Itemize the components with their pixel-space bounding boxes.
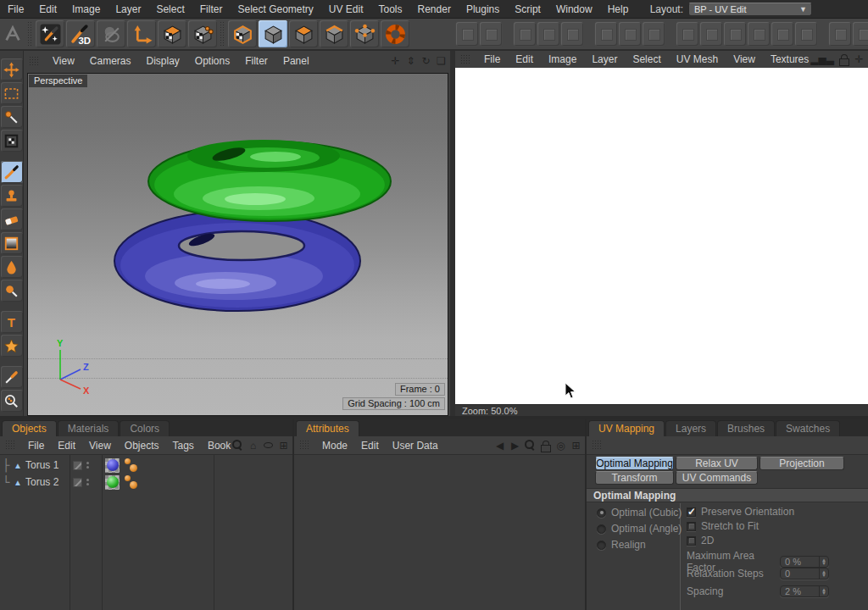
attributes-menu-user-data[interactable]: User Data	[386, 436, 445, 455]
object-name[interactable]: Torus 2	[24, 476, 58, 488]
texture-menu-file[interactable]: File	[476, 50, 508, 69]
viewport-menu-display[interactable]: Display	[138, 52, 186, 70]
viewport-menu-cameras[interactable]: Cameras	[82, 52, 139, 70]
eraser-tool[interactable]	[1, 208, 23, 230]
texture-menu-image[interactable]: Image	[541, 50, 584, 69]
main-menu-edit[interactable]: Edit	[31, 0, 64, 19]
objects-tab-materials[interactable]: Materials	[58, 420, 120, 436]
main-menu-select[interactable]: Select	[148, 0, 192, 19]
attributes-tab-attributes[interactable]: Attributes	[296, 420, 359, 436]
maximize-view-icon[interactable]: ❏	[436, 55, 447, 67]
rect-selection-tool[interactable]	[1, 82, 23, 104]
uv-ring[interactable]	[381, 20, 409, 47]
panel-grip[interactable]	[29, 56, 40, 67]
rotate-view-icon[interactable]: ↻	[420, 55, 431, 67]
texture-cube[interactable]	[158, 20, 186, 47]
visibility-dots[interactable]	[86, 462, 89, 469]
main-menu-file[interactable]: File	[0, 0, 31, 19]
editor-visibility-toggle[interactable]	[73, 478, 82, 487]
uv-tab-swatches[interactable]: Swatches	[776, 420, 840, 436]
texture-menu-select[interactable]: Select	[625, 50, 668, 69]
viewport-menu-panel[interactable]: Panel	[275, 52, 317, 70]
uvw-tag-icon[interactable]	[124, 458, 138, 473]
viewport-menu-view[interactable]: View	[45, 52, 82, 70]
viewport-canvas[interactable]: Y Z X Perspective Frame : 0 Grid Spacing…	[27, 73, 448, 416]
main-menu-layer[interactable]: Layer	[108, 0, 148, 19]
uv-checker-cube[interactable]	[228, 20, 257, 47]
pan-view-icon[interactable]: ✛	[390, 55, 401, 67]
edge-mode[interactable]	[320, 20, 348, 47]
main-menu-render[interactable]: Render	[410, 0, 459, 19]
visibility-dots[interactable]	[86, 479, 89, 485]
history-back-icon[interactable]: ◀	[494, 440, 505, 452]
fill-tool[interactable]	[1, 256, 23, 278]
history-forward-icon[interactable]: ▶	[509, 440, 520, 452]
panel-grip[interactable]	[5, 440, 16, 451]
main-menu-tools[interactable]: Tools	[371, 0, 410, 19]
polygon-mode[interactable]	[289, 20, 318, 47]
uv-tab-layers[interactable]: Layers	[665, 420, 716, 436]
panel-grip[interactable]	[592, 440, 603, 451]
viewport-menu-options[interactable]: Options	[187, 52, 237, 70]
editor-visibility-toggle[interactable]	[73, 461, 82, 470]
paint-3d[interactable]: 3D	[66, 20, 95, 47]
main-menu-select-geometry[interactable]: Select Geometry	[230, 0, 320, 19]
texture-canvas[interactable]	[455, 68, 868, 404]
material-tag[interactable]	[105, 458, 120, 473]
zoom-tool[interactable]	[1, 390, 23, 412]
objects-menu-objects[interactable]: Objects	[118, 436, 166, 455]
texture-menu-edit[interactable]: Edit	[508, 50, 541, 69]
home-icon[interactable]: ⌂	[248, 440, 259, 452]
objects-menu-edit[interactable]: Edit	[51, 436, 82, 455]
main-menu-script[interactable]: Script	[507, 0, 548, 19]
texture-menu-layer[interactable]: Layer	[584, 50, 625, 69]
pan-view-icon[interactable]: ✛	[854, 53, 865, 65]
panel-grip[interactable]	[460, 54, 471, 65]
panel-grip[interactable]	[299, 440, 310, 451]
material-tag[interactable]	[105, 475, 120, 490]
star-shape-tool[interactable]	[1, 335, 23, 357]
uv-tab-brushes[interactable]: Brushes	[717, 420, 775, 436]
add-panel-icon[interactable]: ⊞	[278, 440, 289, 452]
viewport-menu-filter[interactable]: Filter	[237, 52, 275, 70]
search-icon[interactable]	[525, 440, 536, 452]
attributes-menu-mode[interactable]: Mode	[315, 436, 354, 455]
texture-menu-view[interactable]: View	[726, 50, 763, 69]
texture-menu-textures[interactable]: Textures	[763, 50, 816, 69]
projection-paint[interactable]	[97, 20, 125, 47]
objects-menu-file[interactable]: File	[21, 436, 51, 455]
stamp-tool[interactable]	[1, 185, 23, 207]
lock-icon[interactable]	[838, 53, 849, 65]
gradient-tool[interactable]	[1, 232, 23, 254]
smudge-ball-tool[interactable]	[1, 280, 23, 302]
projection-button[interactable]: Projection	[760, 457, 844, 470]
objects-tab-objects[interactable]: Objects	[2, 420, 57, 436]
point-mode[interactable]	[350, 20, 379, 47]
object-name[interactable]: Torus 1	[24, 459, 58, 471]
add-panel-icon[interactable]: ⊞	[570, 440, 581, 452]
objects-tab-colors[interactable]: Colors	[120, 420, 170, 436]
filter-icon[interactable]	[263, 440, 274, 452]
search-icon[interactable]	[232, 440, 243, 452]
uv-tab-uv-mapping[interactable]: UV Mapping	[588, 420, 665, 436]
magic-wand-tool[interactable]	[1, 106, 23, 128]
lock-icon[interactable]	[540, 440, 551, 452]
text-tool[interactable]: T	[1, 311, 23, 333]
move-tool[interactable]	[1, 58, 23, 80]
layout-dropdown[interactable]: BP - UV Edit ▼	[688, 3, 812, 16]
main-menu-window[interactable]: Window	[548, 0, 600, 19]
axis-tool[interactable]	[127, 20, 156, 47]
eyedropper-tool[interactable]	[1, 366, 23, 388]
transform-button[interactable]: Transform	[595, 471, 674, 485]
object-row-torus-2[interactable]: └ ▲ Torus 2	[0, 474, 292, 491]
objects-menu-tags[interactable]: Tags	[166, 436, 201, 455]
point-paint-cube[interactable]	[188, 20, 217, 47]
optimal-mapping-button[interactable]: Optimal Mapping	[595, 457, 674, 470]
target-icon[interactable]: ◎	[555, 440, 566, 452]
main-menu-filter[interactable]: Filter	[192, 0, 231, 19]
objects-menu-view[interactable]: View	[82, 436, 118, 455]
bodypaint-wizard[interactable]	[36, 20, 64, 47]
object-row-torus-1[interactable]: ├ ▲ Torus 1	[0, 457, 292, 474]
main-menu-help[interactable]: Help	[600, 0, 637, 19]
texture-menu-uv-mesh[interactable]: UV Mesh	[669, 50, 726, 69]
